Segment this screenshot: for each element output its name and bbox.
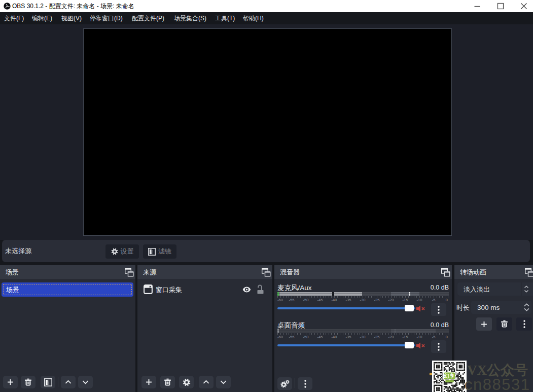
svg-text:幻享: 幻享 [444,373,455,379]
